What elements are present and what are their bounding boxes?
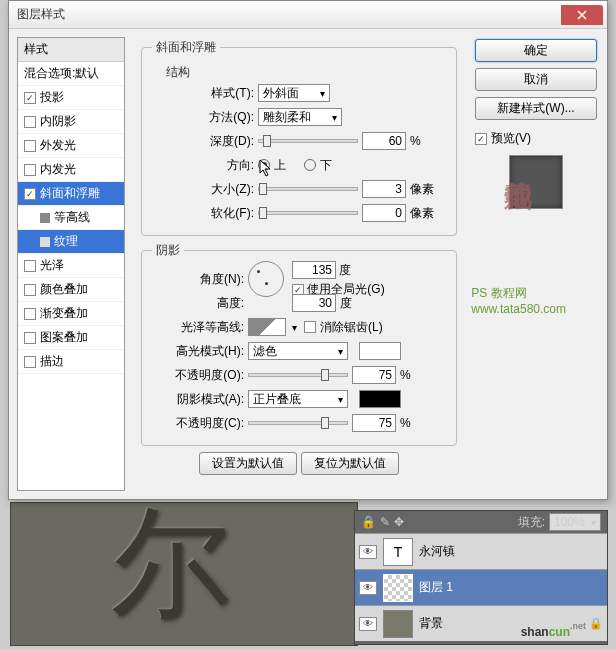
checkbox-icon[interactable] bbox=[24, 116, 36, 128]
sidebar-header: 样式 bbox=[18, 38, 124, 62]
layer-name[interactable]: 图层 1 bbox=[419, 579, 453, 596]
antialias-checkbox[interactable] bbox=[304, 321, 316, 333]
highlight-opacity-input[interactable] bbox=[352, 366, 396, 384]
preview-checkbox[interactable] bbox=[475, 133, 487, 145]
reset-default-button[interactable]: 复位为默认值 bbox=[301, 452, 399, 475]
highlight-opacity-label: 不透明度(O): bbox=[152, 367, 244, 384]
layer-row[interactable]: 👁 T 永河镇 bbox=[355, 533, 607, 569]
style-label: 样式(T): bbox=[162, 85, 254, 102]
bevel-title: 斜面和浮雕 bbox=[152, 39, 220, 56]
layers-toolbar: 🔒 ✎ ✥ 填充: 100% bbox=[355, 511, 607, 533]
sidebar-item-innerglow[interactable]: 内发光 bbox=[18, 158, 124, 182]
bevel-fieldset: 斜面和浮雕 结构 样式(T):外斜面 方法(Q):雕刻柔和 深度(D):% 方向… bbox=[141, 39, 457, 236]
fill-select[interactable]: 100% bbox=[549, 513, 601, 531]
soften-slider[interactable] bbox=[258, 211, 358, 215]
checkbox-icon[interactable] bbox=[24, 356, 36, 368]
close-button[interactable] bbox=[561, 5, 603, 25]
shadow-opacity-label: 不透明度(C): bbox=[152, 415, 244, 432]
shadow-opacity-slider[interactable] bbox=[248, 421, 348, 425]
ok-button[interactable]: 确定 bbox=[475, 39, 597, 62]
square-icon bbox=[40, 237, 50, 247]
shadow-mode-select[interactable]: 正片叠底 bbox=[248, 390, 348, 408]
sidebar-item-innershadow[interactable]: 内阴影 bbox=[18, 110, 124, 134]
sidebar-item-stroke[interactable]: 描边 bbox=[18, 350, 124, 374]
depth-label: 深度(D): bbox=[162, 133, 254, 150]
angle-input[interactable] bbox=[292, 261, 336, 279]
visibility-icon[interactable]: 👁 bbox=[359, 581, 377, 595]
technique-select[interactable]: 雕刻柔和 bbox=[258, 108, 342, 126]
layer-thumb bbox=[383, 574, 413, 602]
gloss-label: 光泽等高线: bbox=[152, 319, 244, 336]
altitude-input[interactable] bbox=[292, 294, 336, 312]
highlight-mode-label: 高光模式(H): bbox=[152, 343, 244, 360]
canvas-preview: 尔 bbox=[10, 502, 358, 646]
layer-style-dialog: 图层样式 样式 混合选项:默认 投影 内阴影 外发光 内发光 斜面和浮雕 等高线… bbox=[8, 0, 608, 500]
sidebar-item-dropshadow[interactable]: 投影 bbox=[18, 86, 124, 110]
size-slider[interactable] bbox=[258, 187, 358, 191]
sidebar-item-contour[interactable]: 等高线 bbox=[18, 206, 124, 230]
settings-panel: 斜面和浮雕 结构 样式(T):外斜面 方法(Q):雕刻柔和 深度(D):% 方向… bbox=[133, 37, 465, 491]
highlight-opacity-slider[interactable] bbox=[248, 373, 348, 377]
checkbox-icon[interactable] bbox=[24, 92, 36, 104]
shadow-mode-label: 阴影模式(A): bbox=[152, 391, 244, 408]
styles-sidebar: 样式 混合选项:默认 投影 内阴影 外发光 内发光 斜面和浮雕 等高线 纹理 光… bbox=[17, 37, 125, 491]
soften-input[interactable] bbox=[362, 204, 406, 222]
sidebar-item-texture[interactable]: 纹理 bbox=[18, 230, 124, 254]
visibility-icon[interactable]: 👁 bbox=[359, 617, 377, 631]
depth-input[interactable] bbox=[362, 132, 406, 150]
layer-thumb bbox=[383, 610, 413, 638]
brush-icon[interactable]: ✎ bbox=[380, 515, 390, 529]
lock-icon: 🔒 bbox=[589, 617, 603, 630]
move-icon[interactable]: ✥ bbox=[394, 515, 404, 529]
shading-title: 阴影 bbox=[152, 242, 184, 259]
shadow-color-swatch[interactable] bbox=[359, 390, 401, 408]
angle-dial[interactable] bbox=[248, 261, 284, 297]
style-select[interactable]: 外斜面 bbox=[258, 84, 330, 102]
checkbox-icon[interactable] bbox=[24, 260, 36, 272]
sidebar-item-coloroverlay[interactable]: 颜色叠加 bbox=[18, 278, 124, 302]
checkbox-icon[interactable] bbox=[24, 140, 36, 152]
make-default-button[interactable]: 设置为默认值 bbox=[199, 452, 297, 475]
direction-label: 方向: bbox=[162, 157, 254, 174]
cancel-button[interactable]: 取消 bbox=[475, 68, 597, 91]
highlight-mode-select[interactable]: 滤色 bbox=[248, 342, 348, 360]
layer-row[interactable]: 👁 图层 1 bbox=[355, 569, 607, 605]
depth-slider[interactable] bbox=[258, 139, 358, 143]
direction-down-radio[interactable] bbox=[304, 159, 316, 171]
soften-label: 软化(F): bbox=[162, 205, 254, 222]
visibility-icon[interactable]: 👁 bbox=[359, 545, 377, 559]
highlight-color-swatch[interactable] bbox=[359, 342, 401, 360]
new-style-button[interactable]: 新建样式(W)... bbox=[475, 97, 597, 120]
altitude-label: 高度: bbox=[152, 295, 244, 312]
sidebar-item-gradientoverlay[interactable]: 渐变叠加 bbox=[18, 302, 124, 326]
preview-swatch bbox=[509, 155, 563, 209]
titlebar[interactable]: 图层样式 bbox=[9, 1, 607, 29]
layer-name[interactable]: 背景 bbox=[419, 615, 443, 632]
close-icon bbox=[577, 10, 587, 20]
sidebar-blend-options[interactable]: 混合选项:默认 bbox=[18, 62, 124, 86]
checkbox-icon[interactable] bbox=[24, 188, 36, 200]
sidebar-item-satin[interactable]: 光泽 bbox=[18, 254, 124, 278]
angle-label: 角度(N): bbox=[152, 271, 244, 288]
dialog-title: 图层样式 bbox=[17, 6, 561, 23]
sidebar-item-patternoverlay[interactable]: 图案叠加 bbox=[18, 326, 124, 350]
sidebar-item-bevel[interactable]: 斜面和浮雕 bbox=[18, 182, 124, 206]
checkbox-icon[interactable] bbox=[24, 284, 36, 296]
lock-icon[interactable]: 🔒 bbox=[361, 515, 376, 529]
dialog-right-pane: 确定 取消 新建样式(W)... 预览(V) bbox=[473, 37, 599, 491]
size-label: 大小(Z): bbox=[162, 181, 254, 198]
checkbox-icon[interactable] bbox=[24, 164, 36, 176]
checkbox-icon[interactable] bbox=[24, 308, 36, 320]
checkbox-icon[interactable] bbox=[24, 332, 36, 344]
shadow-opacity-input[interactable] bbox=[352, 414, 396, 432]
sidebar-item-outerglow[interactable]: 外发光 bbox=[18, 134, 124, 158]
layer-name[interactable]: 永河镇 bbox=[419, 543, 455, 560]
gloss-contour-picker[interactable] bbox=[248, 318, 286, 336]
direction-up-radio[interactable] bbox=[258, 159, 270, 171]
technique-label: 方法(Q): bbox=[162, 109, 254, 126]
size-input[interactable] bbox=[362, 180, 406, 198]
site-logo: shancun.net bbox=[521, 620, 586, 641]
square-icon bbox=[40, 213, 50, 223]
watermark-url: PS 教程网 www.tata580.com bbox=[471, 285, 566, 316]
structure-group: 结构 样式(T):外斜面 方法(Q):雕刻柔和 深度(D):% 方向:上 下 大… bbox=[152, 64, 446, 225]
